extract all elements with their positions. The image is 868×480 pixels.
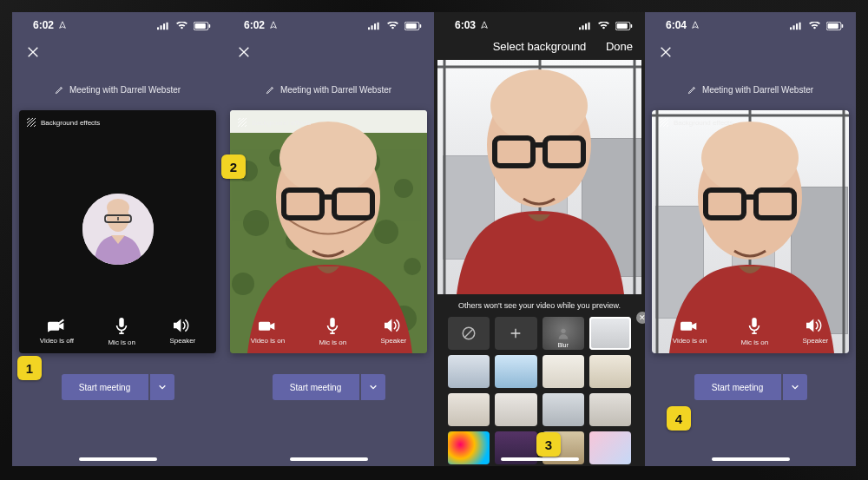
battery-icon xyxy=(826,22,844,30)
status-time: 6:02 xyxy=(244,19,278,31)
svg-rect-6 xyxy=(209,24,211,28)
mic-toggle[interactable]: Mic is on xyxy=(108,318,135,346)
bg-tile-none[interactable] xyxy=(448,317,490,350)
bg-tile-add[interactable] xyxy=(495,317,536,350)
status-icons xyxy=(154,19,211,31)
header-title: Select background xyxy=(479,40,600,53)
svg-rect-76 xyxy=(753,318,757,327)
mic-toggle[interactable]: Mic is on xyxy=(741,318,769,346)
svg-rect-13 xyxy=(120,318,124,327)
start-meeting-button[interactable]: Start meeting xyxy=(694,374,781,400)
close-button[interactable] xyxy=(26,45,40,59)
background-effects-button[interactable]: Background effects xyxy=(26,117,100,128)
svg-rect-46 xyxy=(617,23,628,29)
close-grid-button[interactable]: ✕ xyxy=(636,312,645,324)
screen-2: 6:02 Meeting with Darrell Webster xyxy=(223,12,434,466)
battery-icon xyxy=(615,22,633,30)
audio-toggle[interactable]: Speaker xyxy=(169,318,195,346)
mic-toggle[interactable]: Mic is on xyxy=(319,318,347,346)
blur-label: Blur xyxy=(557,342,568,348)
mic-label: Mic is on xyxy=(108,339,135,346)
step-badge-2: 2 xyxy=(221,155,246,179)
location-icon xyxy=(691,21,700,30)
meeting-title-row[interactable]: Meeting with Darrell Webster xyxy=(223,68,434,105)
bg-tile-blur[interactable]: Blur xyxy=(542,317,584,350)
start-meeting-dropdown[interactable] xyxy=(150,374,174,400)
start-meeting-button[interactable]: Start meeting xyxy=(62,374,148,400)
bg-tile-sky[interactable] xyxy=(495,355,536,388)
home-indicator xyxy=(501,457,579,461)
plus-icon xyxy=(509,326,523,340)
video-feed xyxy=(652,110,849,353)
svg-rect-0 xyxy=(157,27,159,30)
top-bar xyxy=(223,35,434,68)
close-button[interactable] xyxy=(659,45,673,59)
wifi-icon xyxy=(176,22,187,30)
svg-rect-43 xyxy=(585,23,587,30)
svg-rect-17 xyxy=(378,23,379,30)
start-meeting-dropdown[interactable] xyxy=(361,374,385,400)
audio-toggle[interactable]: Speaker xyxy=(802,318,828,346)
status-bar: 6:04 xyxy=(645,12,856,35)
audio-toggle[interactable]: Speaker xyxy=(380,318,406,346)
bg-tile-room5[interactable] xyxy=(495,393,536,426)
svg-rect-40 xyxy=(331,318,335,327)
mic-label: Mic is on xyxy=(319,339,347,346)
close-icon xyxy=(237,45,251,59)
video-off-icon xyxy=(48,318,65,333)
video-toggle[interactable]: Video is on xyxy=(673,318,707,346)
pencil-icon xyxy=(266,85,275,95)
background-effects-button[interactable]: Background effects xyxy=(659,117,733,128)
chevron-down-icon xyxy=(791,383,799,391)
bg-tile-gradient[interactable] xyxy=(589,431,631,464)
wifi-icon xyxy=(809,22,820,30)
close-button[interactable] xyxy=(237,45,251,59)
svg-rect-5 xyxy=(195,23,206,29)
top-bar xyxy=(645,35,856,68)
status-icons xyxy=(365,19,422,31)
meeting-title-row[interactable]: Meeting with Darrell Webster xyxy=(12,68,223,105)
bg-tile-room3[interactable] xyxy=(589,355,631,388)
bg-tile-office[interactable] xyxy=(589,317,631,350)
bg-tile-room6[interactable] xyxy=(542,393,584,426)
svg-rect-61 xyxy=(793,25,795,30)
svg-rect-62 xyxy=(796,23,798,30)
start-meeting-dropdown[interactable] xyxy=(783,374,807,400)
signal-icon xyxy=(157,22,169,30)
bg-tile-room4[interactable] xyxy=(448,393,490,426)
bg-tile-balloons[interactable] xyxy=(448,431,490,464)
start-meeting-button[interactable]: Start meeting xyxy=(273,374,359,400)
battery-icon xyxy=(404,22,422,30)
video-preview: Background effects Video is on Mic is on… xyxy=(230,110,427,353)
video-feed xyxy=(437,60,641,294)
home-indicator xyxy=(79,457,157,461)
audio-label: Speaker xyxy=(169,337,195,345)
signal-icon xyxy=(579,22,591,30)
location-icon xyxy=(58,21,67,30)
bg-tile-room7[interactable] xyxy=(589,393,631,426)
video-toggle[interactable]: Video is off xyxy=(40,318,74,346)
background-effects-button[interactable]: Background effects xyxy=(237,117,311,128)
status-time: 6:02 xyxy=(33,19,67,31)
video-label: Video is on xyxy=(673,337,707,345)
mic-icon xyxy=(326,318,339,335)
background-effects-icon xyxy=(659,117,669,128)
step-badge-1: 1 xyxy=(17,356,42,380)
signal-icon xyxy=(790,22,802,30)
done-button[interactable]: Done xyxy=(600,40,633,53)
background-effects-label: Background effects xyxy=(252,119,311,127)
meeting-title-row[interactable]: Meeting with Darrell Webster xyxy=(645,68,856,105)
bg-tile-room2[interactable] xyxy=(542,355,584,388)
svg-point-9 xyxy=(107,199,129,216)
audio-label: Speaker xyxy=(380,337,406,345)
bg-tile-room1[interactable] xyxy=(448,355,490,388)
background-effects-icon xyxy=(237,117,247,128)
call-controls: Video is off Mic is on Speaker xyxy=(19,318,216,346)
home-indicator xyxy=(712,457,790,461)
svg-point-59 xyxy=(561,329,565,333)
svg-rect-3 xyxy=(167,23,168,30)
video-toggle[interactable]: Video is on xyxy=(251,318,285,346)
chevron-down-icon xyxy=(369,383,378,391)
close-icon xyxy=(26,45,40,59)
svg-rect-65 xyxy=(828,23,838,29)
